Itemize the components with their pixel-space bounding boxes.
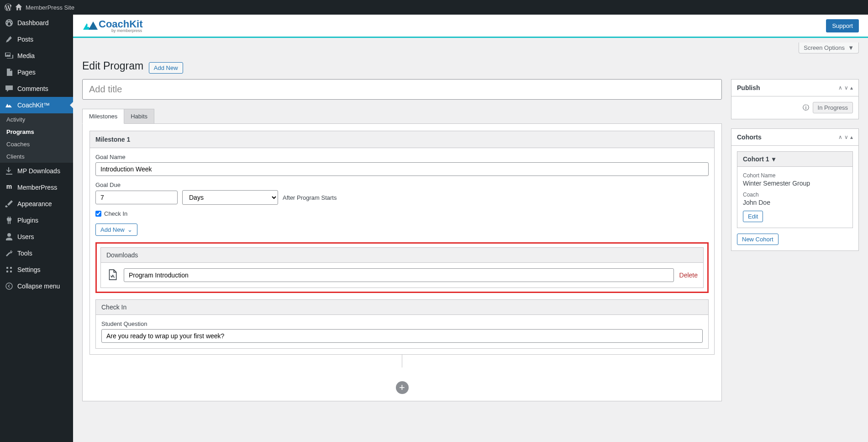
wordpress-icon <box>5 4 12 11</box>
checkin-box: Check In Student Question <box>95 299 709 349</box>
student-question-label: Student Question <box>101 320 703 327</box>
cohort-card-header[interactable]: Cohort 1 ▾ <box>737 152 852 167</box>
milestone-add-new-button[interactable]: Add New ⌄ <box>95 224 137 236</box>
svg-point-1 <box>87 25 89 27</box>
coach-label: Coach <box>743 192 847 198</box>
tab-milestones[interactable]: Milestones <box>82 109 124 124</box>
pages-icon <box>5 68 14 77</box>
comments-icon <box>5 84 14 93</box>
milestones-panel: Milestone 1 Goal Name Goal Due Days Afte… <box>82 123 722 401</box>
main-content: CoachKit by memberpress Support Screen O… <box>73 15 868 410</box>
cohorts-box: Cohorts ∧ ∨ ▴ Cohort 1 ▾ <box>731 128 859 251</box>
goal-due-number-input[interactable] <box>95 191 178 204</box>
sidebar-item-users[interactable]: Users <box>0 229 73 245</box>
pin-icon <box>5 35 14 44</box>
plugin-header: CoachKit by memberpress Support <box>73 15 868 38</box>
student-question-input[interactable] <box>101 329 703 343</box>
media-icon <box>5 51 14 60</box>
checkin-heading: Check In <box>96 300 708 315</box>
downloads-heading: Downloads <box>101 248 703 263</box>
download-file-input[interactable] <box>124 268 674 282</box>
add-milestone-button[interactable]: + <box>396 381 409 394</box>
connector-line <box>402 355 402 367</box>
cohort-card: Cohort 1 ▾ Cohort Name Winter Semester G… <box>737 151 853 228</box>
sidebar-item-tools[interactable]: Tools <box>0 245 73 261</box>
svg-point-0 <box>6 283 12 289</box>
goal-name-input[interactable] <box>95 162 709 176</box>
collapse-icon <box>5 282 14 291</box>
goal-due-unit-select[interactable]: Days <box>182 190 278 205</box>
cohort-name-label: Cohort Name <box>743 172 847 179</box>
sidebar-item-plugins[interactable]: Plugins <box>0 212 73 229</box>
sidebar-item-media[interactable]: Media <box>0 48 73 64</box>
goal-due-label: Goal Due <box>95 181 709 188</box>
side-column: Publish ∧ ∨ ▴ ⓘ In Progress <box>731 79 859 401</box>
downloads-highlighted-box: Downloads Delete <box>95 242 709 293</box>
sidebar-item-mpdownloads[interactable]: MP Downloads <box>0 163 73 179</box>
page-title: Edit Program <box>82 60 143 72</box>
memberpress-icon: m <box>5 183 14 192</box>
wp-admin-bar: MemberPress Site <box>0 0 868 15</box>
publish-box-title: Publish <box>737 84 760 91</box>
caret-down-icon: ▾ <box>772 155 775 163</box>
goal-name-label: Goal Name <box>95 154 709 160</box>
move-down-icon[interactable]: ∨ <box>844 85 848 91</box>
tools-icon <box>5 249 14 258</box>
settings-icon <box>5 265 14 274</box>
coach-value: John Doe <box>743 199 847 206</box>
sidebar-item-posts[interactable]: Posts <box>0 31 73 48</box>
new-cohort-button[interactable]: New Cohort <box>737 234 779 245</box>
coachkit-logo: CoachKit by memberpress <box>82 18 143 33</box>
sidebar-item-appearance[interactable]: Appearance <box>0 196 73 212</box>
check-in-label: Check In <box>104 210 127 217</box>
sidebar-subitem-activity[interactable]: Activity <box>0 113 73 126</box>
logo-mountain-icon <box>82 20 99 32</box>
sidebar-item-comments[interactable]: Comments <box>0 80 73 97</box>
sidebar-item-pages[interactable]: Pages <box>0 64 73 80</box>
move-down-icon[interactable]: ∨ <box>844 134 848 140</box>
admin-sidebar: Dashboard Posts Media Pages Comments Coa… <box>0 15 73 410</box>
sidebar-item-coachkit[interactable]: CoachKit™ <box>0 97 73 113</box>
program-tabs: Milestones Habits <box>82 109 722 123</box>
cohorts-box-title: Cohorts <box>737 133 762 141</box>
pdf-file-icon <box>106 269 118 282</box>
toggle-panel-icon[interactable]: ▴ <box>850 85 853 91</box>
milestone-box: Milestone 1 Goal Name Goal Due Days Afte… <box>89 131 715 355</box>
chevron-down-icon: ⌄ <box>127 226 132 233</box>
cohort-edit-button[interactable]: Edit <box>743 211 763 222</box>
dashboard-icon <box>5 18 14 27</box>
screen-options: Screen Options ▼ <box>799 43 859 53</box>
coachkit-icon <box>5 101 14 110</box>
toggle-panel-icon[interactable]: ▴ <box>850 134 853 140</box>
users-icon <box>5 232 14 241</box>
program-title-input[interactable] <box>82 79 722 100</box>
after-program-text: After Program Starts <box>283 194 337 201</box>
site-name[interactable]: MemberPress Site <box>26 4 74 11</box>
support-button[interactable]: Support <box>826 19 859 32</box>
brush-icon <box>5 199 14 208</box>
sidebar-item-collapse[interactable]: Collapse menu <box>0 278 73 294</box>
info-icon: ⓘ <box>803 104 809 112</box>
tab-habits[interactable]: Habits <box>124 109 154 123</box>
sidebar-subitem-coaches[interactable]: Coaches <box>0 138 73 150</box>
sidebar-subitem-clients[interactable]: Clients <box>0 150 73 163</box>
milestone-header: Milestone 1 <box>90 131 714 148</box>
add-new-program-button[interactable]: Add New <box>149 62 183 74</box>
status-badge: In Progress <box>813 102 853 113</box>
home-icon <box>15 4 22 11</box>
sidebar-item-dashboard[interactable]: Dashboard <box>0 15 73 31</box>
sidebar-subitem-programs[interactable]: Programs <box>0 126 73 138</box>
logo-subtext: by memberpress <box>111 28 143 33</box>
move-up-icon[interactable]: ∧ <box>838 85 842 91</box>
sidebar-item-settings[interactable]: Settings <box>0 261 73 278</box>
cohort-name-value: Winter Semester Group <box>743 180 847 187</box>
main-column: Milestones Habits Milestone 1 Goal Name … <box>82 79 722 401</box>
sidebar-item-memberpress[interactable]: m MemberPress <box>0 179 73 196</box>
screen-options-button[interactable]: Screen Options ▼ <box>799 43 859 53</box>
download-icon <box>5 166 14 176</box>
publish-box: Publish ∧ ∨ ▴ ⓘ In Progress <box>731 79 859 119</box>
move-up-icon[interactable]: ∧ <box>838 134 842 140</box>
download-delete-link[interactable]: Delete <box>679 272 698 279</box>
check-in-checkbox[interactable] <box>95 211 101 217</box>
plugin-icon <box>5 216 14 225</box>
